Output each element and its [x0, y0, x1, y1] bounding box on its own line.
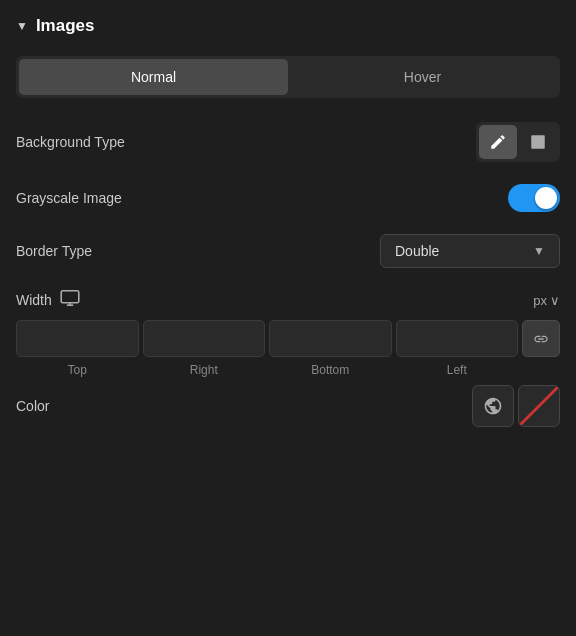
width-top-label: Top — [16, 363, 139, 377]
border-type-value: Double — [395, 243, 439, 259]
tab-switcher: Normal Hover — [16, 56, 560, 98]
border-type-label: Border Type — [16, 243, 92, 259]
width-right-input[interactable] — [143, 320, 266, 357]
width-bottom-label: Bottom — [269, 363, 392, 377]
link-icon — [533, 331, 549, 347]
unit-value: px — [533, 293, 547, 308]
width-link-spacer — [522, 363, 560, 377]
grayscale-image-label: Grayscale Image — [16, 190, 122, 206]
width-row: Width px ∨ — [16, 290, 560, 310]
width-inputs-container: Top Right Bottom Left — [16, 320, 560, 377]
section-title: Images — [36, 16, 95, 36]
pen-icon — [489, 133, 507, 151]
width-top-wrapper — [16, 320, 139, 357]
border-type-dropdown[interactable]: Double ▼ — [380, 234, 560, 268]
width-bottom-wrapper — [269, 320, 392, 357]
grayscale-image-row: Grayscale Image — [16, 184, 560, 212]
width-label: Width — [16, 292, 52, 308]
color-row: Color — [16, 385, 560, 427]
width-left-input[interactable] — [396, 320, 519, 357]
border-type-row: Border Type Double ▼ — [16, 234, 560, 268]
tab-normal[interactable]: Normal — [19, 59, 288, 95]
svg-rect-0 — [531, 135, 545, 149]
width-top-input[interactable] — [16, 320, 139, 357]
color-swatch-button[interactable] — [518, 385, 560, 427]
width-labels: Top Right Bottom Left — [16, 363, 560, 377]
background-type-square-button[interactable] — [519, 125, 557, 159]
unit-chevron-icon: ∨ — [550, 293, 560, 308]
background-type-buttons — [476, 122, 560, 162]
link-values-button[interactable] — [522, 320, 560, 357]
background-type-row: Background Type — [16, 122, 560, 162]
swatch-diagonal-icon — [519, 386, 559, 426]
square-icon — [529, 133, 547, 151]
tab-hover[interactable]: Hover — [288, 59, 557, 95]
width-right-wrapper — [143, 320, 266, 357]
section-header: ▼ Images — [16, 16, 560, 36]
width-right-label: Right — [143, 363, 266, 377]
color-buttons — [472, 385, 560, 427]
width-inputs — [16, 320, 560, 357]
width-left: Width — [16, 290, 80, 310]
width-left-wrapper — [396, 320, 519, 357]
globe-icon — [483, 396, 503, 416]
color-label: Color — [16, 398, 49, 414]
svg-line-4 — [519, 386, 559, 426]
background-type-label: Background Type — [16, 134, 125, 150]
unit-selector[interactable]: px ∨ — [533, 293, 560, 308]
width-bottom-input[interactable] — [269, 320, 392, 357]
svg-rect-1 — [61, 291, 79, 303]
width-left-label: Left — [396, 363, 519, 377]
dropdown-arrow-icon: ▼ — [533, 244, 545, 258]
collapse-chevron-icon[interactable]: ▼ — [16, 19, 28, 33]
color-global-button[interactable] — [472, 385, 514, 427]
grayscale-toggle[interactable] — [508, 184, 560, 212]
background-type-pen-button[interactable] — [479, 125, 517, 159]
monitor-icon — [60, 290, 80, 310]
toggle-slider — [508, 184, 560, 212]
